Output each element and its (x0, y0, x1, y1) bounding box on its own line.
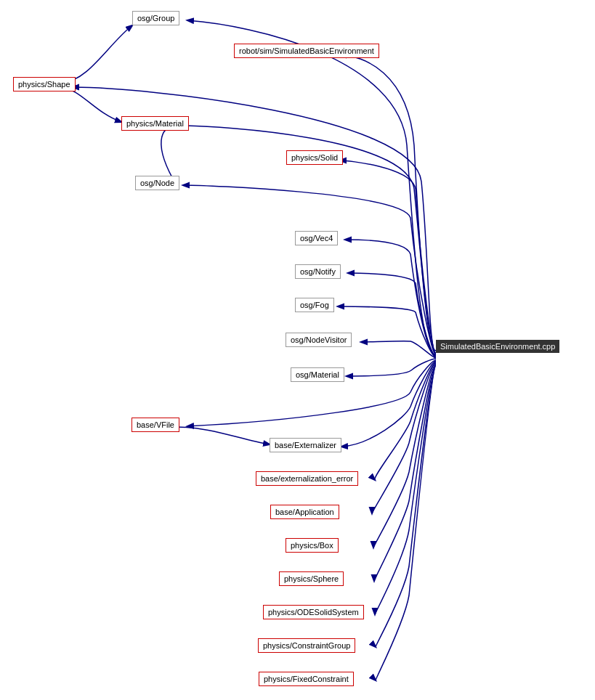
node-label: base/externalization_error (261, 474, 353, 483)
node-physics-constraintgroup[interactable]: physics/ConstraintGroup (258, 638, 355, 653)
node-physics-sphere[interactable]: physics/Sphere (279, 571, 344, 586)
node-osg-node[interactable]: osg/Node (135, 176, 179, 190)
node-robot-sim[interactable]: robot/sim/SimulatedBasicEnvironment (234, 44, 379, 58)
node-osg-material[interactable]: osg/Material (291, 367, 344, 382)
node-label: base/Application (275, 508, 334, 516)
node-label: osg/Notify (300, 267, 336, 276)
node-label: physics/Sphere (284, 574, 339, 583)
node-label: osg/NodeVisitor (291, 335, 347, 344)
node-label: base/VFile (137, 420, 174, 429)
node-physics-shape[interactable]: physics/Shape (13, 77, 76, 91)
node-physics-fixedconstraint[interactable]: physics/FixedConstraint (259, 672, 354, 686)
node-label: osg/Vec4 (300, 234, 333, 243)
node-label: SimulatedBasicEnvironment.cpp (440, 342, 555, 351)
node-label: physics/Material (126, 119, 184, 128)
node-osg-group[interactable]: osg/Group (132, 11, 179, 25)
node-physics-solid[interactable]: physics/Solid (286, 150, 343, 165)
node-label: osg/Material (296, 370, 339, 379)
node-label: robot/sim/SimulatedBasicEnvironment (239, 46, 374, 55)
node-label: osg/Group (137, 14, 174, 23)
node-physics-material[interactable]: physics/Material (121, 116, 189, 131)
node-base-vfile[interactable]: base/VFile (131, 418, 179, 432)
node-label: physics/FixedConstraint (264, 675, 349, 683)
node-base-externalization-error[interactable]: base/externalization_error (256, 471, 358, 486)
node-label: physics/Shape (18, 80, 70, 89)
node-osg-vec4[interactable]: osg/Vec4 (295, 231, 338, 245)
node-label: physics/Box (291, 541, 333, 550)
node-main-cpp[interactable]: SimulatedBasicEnvironment.cpp (436, 340, 559, 353)
node-physics-box[interactable]: physics/Box (286, 538, 339, 553)
node-osg-fog[interactable]: osg/Fog (295, 298, 334, 312)
node-label: physics/ConstraintGroup (263, 641, 350, 650)
node-base-externalizer[interactable]: base/Externalizer (270, 438, 341, 452)
node-label: base/Externalizer (275, 441, 336, 449)
node-label: physics/Solid (291, 153, 338, 162)
node-osg-notify[interactable]: osg/Notify (295, 264, 341, 279)
node-label: physics/ODESolidSystem (268, 608, 359, 616)
node-base-application[interactable]: base/Application (270, 505, 339, 519)
node-label: osg/Node (140, 179, 174, 187)
node-label: osg/Fog (300, 301, 329, 309)
diagram-container: osg/Group robot/sim/SimulatedBasicEnviro… (0, 0, 595, 700)
node-osg-nodevisitor[interactable]: osg/NodeVisitor (286, 333, 352, 347)
node-physics-odesolidsystem[interactable]: physics/ODESolidSystem (263, 605, 364, 619)
